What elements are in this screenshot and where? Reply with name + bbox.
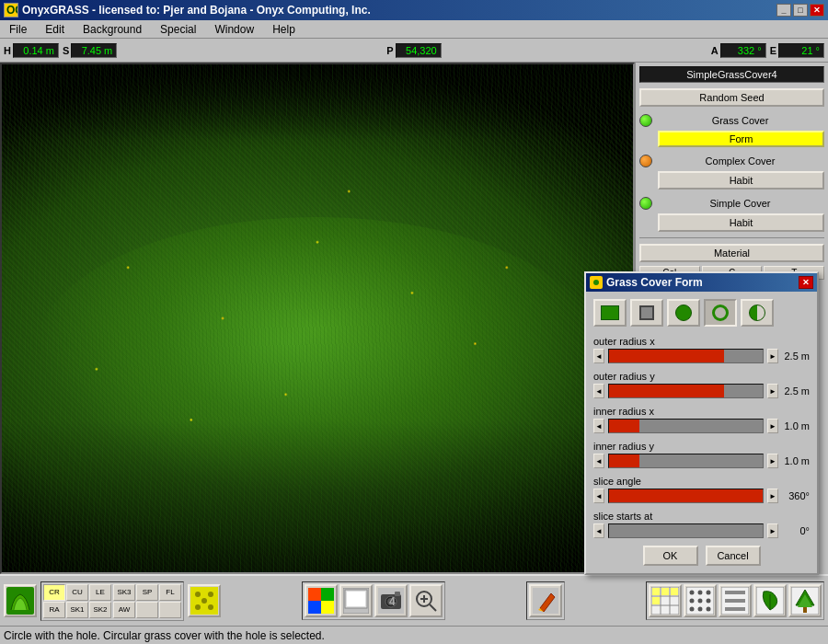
inner-radius-y-track[interactable] <box>608 454 764 468</box>
menu-background[interactable]: Background <box>77 21 147 38</box>
svg-rect-9 <box>308 588 321 601</box>
random-seed-button[interactable]: Random Seed <box>639 88 824 107</box>
habit-button-1[interactable]: Habit <box>658 171 824 190</box>
viewport[interactable] <box>0 63 635 574</box>
outer-radius-y-left[interactable]: ◄ <box>593 384 604 398</box>
menu-bar: File Edit Background Special Window Help <box>0 20 828 39</box>
outer-radius-y-value: 2.5 m <box>782 385 810 397</box>
pen-button[interactable] <box>529 584 562 617</box>
app-title: OnyxGRASS - licensed to: Pjer and Bojana… <box>22 4 371 17</box>
habit-button-2[interactable]: Habit <box>658 213 824 232</box>
cr-button[interactable]: CR <box>43 584 65 601</box>
minimize-button[interactable]: _ <box>776 4 791 17</box>
le-button[interactable]: LE <box>89 584 111 601</box>
inner-radius-x-label: inner radius x <box>593 406 810 417</box>
complex-cover-label: Complex Cover <box>656 155 824 167</box>
svg-rect-33 <box>661 588 669 595</box>
camera-button[interactable]: 4 <box>374 584 408 617</box>
panel-title: SimpleGrassCover4 <box>639 66 824 83</box>
svg-point-44 <box>698 607 703 612</box>
inner-radius-x-left[interactable]: ◄ <box>593 419 604 433</box>
grass-toolbar-button[interactable] <box>4 584 37 617</box>
inner-radius-y-left[interactable]: ◄ <box>593 454 604 468</box>
outer-radius-x-left[interactable]: ◄ <box>593 349 604 363</box>
ok-button[interactable]: OK <box>643 546 698 566</box>
form-button[interactable]: Form <box>658 131 824 147</box>
sk1-button[interactable]: SK1 <box>66 602 88 618</box>
slice-angle-value: 360° <box>782 490 810 501</box>
shape-square-button[interactable] <box>630 299 663 327</box>
cu-button[interactable]: CU <box>66 584 88 601</box>
grass-cover-label: Grass Cover <box>656 115 824 126</box>
shape-circle-ring-button[interactable] <box>704 299 737 327</box>
empty-2 <box>159 602 181 618</box>
inner-radius-x-track[interactable] <box>608 419 764 433</box>
svg-rect-12 <box>321 601 334 614</box>
empty-1 <box>136 602 158 618</box>
grid-view-button[interactable] <box>649 584 682 617</box>
svg-point-8 <box>201 598 207 604</box>
display-button[interactable] <box>339 584 373 617</box>
menu-special[interactable]: Special <box>155 21 201 38</box>
tree-button[interactable] <box>788 584 822 617</box>
outer-radius-x-right[interactable]: ► <box>767 349 778 363</box>
inner-radius-x-row: inner radius x ◄ ► 1.0 m <box>593 406 810 433</box>
pattern-button[interactable] <box>188 584 221 617</box>
slice-starts-right[interactable]: ► <box>767 523 778 538</box>
outer-radius-x-track[interactable] <box>608 349 764 363</box>
material-button[interactable]: Material <box>639 244 824 262</box>
slice-angle-track[interactable] <box>608 489 764 503</box>
slice-angle-left[interactable]: ◄ <box>593 489 604 503</box>
outer-radius-y-track[interactable] <box>608 384 764 398</box>
simple-cover-dot <box>639 197 652 210</box>
s-label: S <box>63 45 69 56</box>
menu-edit[interactable]: Edit <box>40 21 70 38</box>
maximize-button[interactable]: □ <box>793 4 808 17</box>
bars-button[interactable] <box>719 584 752 617</box>
svg-point-6 <box>195 604 201 610</box>
shape-rectangle-button[interactable] <box>593 299 627 327</box>
slice-angle-right[interactable]: ► <box>767 489 778 503</box>
close-button[interactable]: ✕ <box>810 4 824 17</box>
zoom-button[interactable] <box>409 584 443 617</box>
outer-radius-x-label: outer radius x <box>593 336 810 347</box>
slice-starts-row: slice starts at ◄ ► 0° <box>593 511 810 538</box>
shape-circle-half-button[interactable] <box>741 299 774 327</box>
dialog-close-button[interactable]: ✕ <box>799 276 813 289</box>
e-label: E <box>770 45 776 56</box>
h-label: H <box>4 45 11 56</box>
inner-radius-x-right[interactable]: ► <box>767 419 778 433</box>
color-button[interactable] <box>305 584 338 617</box>
fl-button[interactable]: FL <box>159 584 181 601</box>
a-label: A <box>711 45 719 56</box>
h-value: 0.14 m <box>13 43 59 58</box>
slice-starts-left[interactable]: ◄ <box>593 523 604 538</box>
dots-button[interactable] <box>684 584 717 617</box>
svg-rect-35 <box>652 597 660 604</box>
inner-radius-y-label: inner radius y <box>593 441 810 452</box>
sk2-button[interactable]: SK2 <box>89 602 111 618</box>
svg-point-39 <box>707 591 711 595</box>
app-logo: OG <box>4 3 18 17</box>
cancel-button[interactable]: Cancel <box>706 546 761 566</box>
svg-text:4: 4 <box>389 595 396 608</box>
outer-radius-y-right[interactable]: ► <box>767 384 778 398</box>
sp-button[interactable]: SP <box>136 584 158 601</box>
slice-starts-value: 0° <box>782 525 810 536</box>
inner-radius-y-row: inner radius y ◄ ► 1.0 m <box>593 441 810 468</box>
svg-point-4 <box>195 592 201 597</box>
shape-buttons-group <box>593 299 810 327</box>
menu-window[interactable]: Window <box>209 21 259 38</box>
ra-button[interactable]: RA <box>43 602 65 618</box>
e-value: 21 ° <box>778 43 824 58</box>
aw-button[interactable]: AW <box>113 602 135 618</box>
sk3-button[interactable]: SK3 <box>113 584 135 601</box>
slice-starts-track[interactable] <box>608 523 764 538</box>
outer-radius-y-label: outer radius y <box>593 371 810 382</box>
outer-radius-x-value: 2.5 m <box>782 351 810 362</box>
shape-circle-filled-button[interactable] <box>667 299 700 327</box>
inner-radius-y-right[interactable]: ► <box>767 454 778 468</box>
leaf-button[interactable] <box>753 584 787 617</box>
menu-help[interactable]: Help <box>267 21 301 38</box>
menu-file[interactable]: File <box>4 21 32 38</box>
